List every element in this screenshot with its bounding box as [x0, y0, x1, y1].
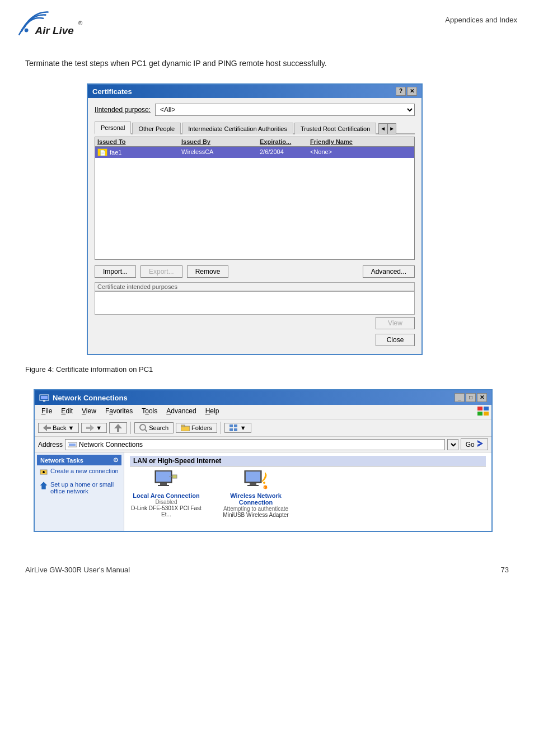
menu-help[interactable]: Help [201, 406, 224, 418]
advanced-button[interactable]: Advanced... [363, 265, 415, 278]
figure-caption: Figure 4: Certificate information on PC1 [0, 361, 534, 378]
menu-tools[interactable]: Tools [137, 406, 162, 418]
close-button[interactable]: Close [376, 334, 415, 346]
dialog-title: Certificates [92, 87, 132, 96]
svg-rect-37 [247, 485, 259, 486]
toolbar-views-button[interactable]: ▼ [224, 423, 251, 433]
dialog-buttons-row: Import... Export... Remove Advanced... [95, 265, 415, 278]
tabs-row: Personal Other People Intermediate Certi… [95, 120, 415, 134]
svg-rect-9 [484, 412, 489, 416]
svg-rect-18 [234, 424, 237, 427]
windows-logo-icon [477, 406, 489, 416]
lan-icon-area [152, 470, 180, 492]
svg-line-14 [145, 430, 147, 432]
address-input[interactable]: Network Connections [65, 439, 445, 450]
cert-table-area: Issued To Issued By Expiratio... Friendl… [95, 137, 415, 260]
help-button[interactable]: ? [396, 87, 406, 96]
wireless-connection-icon: ! [242, 470, 270, 492]
network-connections-title-icon [39, 393, 49, 403]
tab-intermediate-ca[interactable]: Intermediate Certification Authorities [182, 123, 293, 134]
toolbar-back-button[interactable]: Back ▼ [38, 423, 79, 433]
svg-rect-6 [477, 407, 483, 410]
remove-button[interactable]: Remove [187, 265, 229, 278]
table-row[interactable]: 📄 fae1 WirelessCA 2/6/2004 <None> [95, 147, 414, 158]
netconn-sidebar: Network Tasks ⊙ Create a new connection [35, 452, 124, 531]
svg-rect-35 [246, 472, 260, 482]
view-btn-row: View [95, 317, 415, 329]
page-footer: AirLive GW-300R User's Manual 73 [0, 543, 534, 585]
toolbar-forward-button[interactable]: ▼ [81, 423, 107, 433]
page-header: Air Live ® Appendices and Index [0, 0, 534, 41]
col-issued-to: Issued To [97, 138, 181, 145]
svg-text:®: ® [78, 21, 83, 27]
lan-connection-item[interactable]: Local Area Connection Disabled D-Link DF… [130, 470, 203, 518]
svg-marker-10 [43, 424, 51, 431]
close-titlebar-button[interactable]: ✕ [407, 87, 417, 96]
export-button[interactable]: Export... [140, 265, 182, 278]
svg-rect-20 [234, 428, 237, 431]
appendices-title: Appendices and Index [445, 10, 517, 24]
search-icon [139, 424, 147, 432]
menu-view[interactable]: View [77, 406, 101, 418]
sidebar-section-header[interactable]: Network Tasks ⊙ [37, 455, 121, 465]
windows-logo-area [477, 406, 489, 418]
menu-advanced[interactable]: Advanced [162, 406, 200, 418]
network-connections-container: Network Connections _ □ ✕ File Edit View… [34, 389, 493, 532]
cert-issued-by: WirelessCA [181, 148, 260, 157]
svg-rect-30 [160, 483, 167, 485]
footer-product: AirLive GW-300R User's Manual [25, 566, 130, 574]
certificates-dialog: Certificates ? ✕ IIntended purpose: <All… [87, 83, 423, 355]
netconn-close-button[interactable]: ✕ [477, 393, 487, 402]
menu-edit[interactable]: Edit [57, 406, 77, 418]
forward-arrow-icon [86, 424, 94, 431]
toolbar-search-button[interactable]: Search [134, 422, 174, 433]
toolbar-folders-button[interactable]: Folders [176, 423, 217, 433]
go-arrow-icon [476, 440, 483, 447]
views-icon [229, 424, 238, 431]
intended-purpose-select[interactable]: <All> [155, 104, 415, 116]
menu-favorites[interactable]: Favorites [101, 406, 137, 418]
sidebar-item-home-office[interactable]: Set up a home or small office network [37, 479, 121, 497]
intended-purpose-row: IIntended purpose: <All> [95, 104, 415, 116]
connections-grid: Local Area Connection Disabled D-Link DF… [130, 470, 486, 518]
toolbar-separator-1 [130, 422, 131, 434]
cert-icon: 📄 [97, 148, 107, 156]
address-go-button[interactable]: Go [461, 438, 488, 450]
menu-file[interactable]: File [37, 406, 57, 418]
wireless-conn-device: MiniUSB Wireless Adapter [223, 512, 288, 518]
lan-connection-icon [152, 470, 180, 492]
tab-trusted-root[interactable]: Trusted Root Certification [294, 123, 376, 134]
create-connection-icon [39, 468, 48, 477]
dialog-titlebar: Certificates ? ✕ [88, 85, 421, 98]
tab-other-people[interactable]: Other People [132, 123, 181, 134]
back-arrow-icon [43, 424, 51, 431]
address-dropdown[interactable] [447, 439, 458, 450]
wireless-connection-item[interactable]: ! Wireless Network Connection Attempting… [219, 470, 292, 518]
svg-rect-5 [43, 400, 45, 402]
toolbar-up-button[interactable] [109, 422, 127, 433]
wireless-conn-status: Attempting to authenticate [223, 506, 288, 512]
tab-next-arrow[interactable]: ► [387, 123, 396, 134]
netconn-titlebar-buttons: _ □ ✕ [455, 393, 487, 402]
svg-marker-27 [40, 482, 48, 489]
cert-expiration: 2/6/2004 [260, 148, 310, 157]
netconn-restore-button[interactable]: □ [466, 393, 476, 402]
svg-rect-31 [158, 485, 169, 486]
import-button[interactable]: Import... [95, 265, 136, 278]
sidebar-item-create-connection[interactable]: Create a new connection [37, 465, 121, 479]
view-button[interactable]: View [376, 317, 415, 329]
tab-personal[interactable]: Personal [95, 122, 131, 134]
netconn-body: Network Tasks ⊙ Create a new connection [35, 452, 491, 531]
lan-conn-name: Local Area Connection [133, 492, 199, 499]
svg-rect-7 [484, 407, 489, 410]
svg-rect-17 [229, 424, 233, 427]
toolbar-separator-2 [221, 422, 221, 434]
logo-area: Air Live ® [17, 10, 84, 41]
svg-point-13 [140, 424, 146, 430]
folders-icon [181, 424, 190, 431]
svg-rect-8 [477, 412, 483, 416]
tab-prev-arrow[interactable]: ◄ [378, 123, 387, 134]
cert-purposes-box [95, 291, 415, 315]
netconn-minimize-button[interactable]: _ [455, 393, 465, 402]
up-arrow-icon [114, 424, 122, 432]
